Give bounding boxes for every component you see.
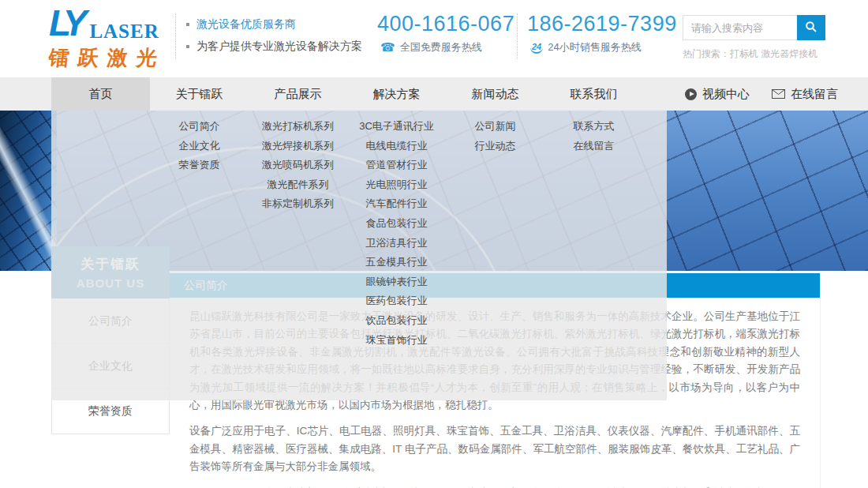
- search-input[interactable]: [683, 15, 797, 40]
- dropdown-item[interactable]: 光电照明行业: [347, 175, 446, 195]
- paragraph: 设备广泛应用于电子、IC芯片、电工电器、照明灯具、珠宝首饰、五金工具、卫浴洁具、…: [189, 422, 800, 475]
- dropdown-item[interactable]: 非标定制机系列: [249, 194, 347, 214]
- header-divider: [175, 13, 176, 59]
- phone-icon: ☎: [380, 40, 395, 54]
- dropdown-item[interactable]: 珠宝首饰行业: [347, 331, 446, 351]
- search-icon: [805, 21, 817, 36]
- dropdown-item[interactable]: 荣誉资质: [150, 156, 249, 175]
- hotline-label-row: 24 24小时销售服务热线: [527, 40, 677, 54]
- dropdown-item[interactable]: 卫浴洁具行业: [347, 234, 446, 253]
- dropdown-item[interactable]: 在线留言: [544, 137, 643, 156]
- hotline-label-row: ☎ 全国免费服务热线: [377, 40, 514, 54]
- header-divider: [517, 13, 518, 59]
- nav-item-5[interactable]: 联系我们: [544, 77, 643, 111]
- 24h-icon: 24: [530, 42, 543, 54]
- dropdown-column-2: 激光打标机系列激光焊接机系列激光喷码机系列激光配件系列非标定制机系列: [249, 117, 347, 214]
- dropdown-column-5: 联系方式在线留言: [544, 117, 643, 156]
- mega-dropdown: 公司简介企业文化荣誉资质激光打标机系列激光焊接机系列激光喷码机系列激光配件系列非…: [51, 111, 667, 400]
- hotline-label: 全国免费服务热线: [400, 40, 482, 54]
- video-center-label: 视频中心: [702, 87, 750, 102]
- hotline-number: 186-2619-7399: [527, 12, 677, 36]
- slogan-list: 激光设备优质服务商 为客户提供专业激光设备解决方案: [186, 17, 362, 62]
- logo-chinese: 镭跃激光: [47, 44, 167, 72]
- page: LY LASER 镭跃激光 激光设备优质服务商 为客户提供专业激光设备解决方案 …: [0, 0, 868, 488]
- nav-item-2[interactable]: 产品展示: [249, 77, 347, 111]
- banner-left-photo: [0, 111, 57, 271]
- logo-latin-row: LY LASER: [49, 5, 166, 41]
- search-box: [683, 15, 825, 40]
- search-button[interactable]: [797, 15, 825, 40]
- dropdown-item[interactable]: 食品包装行业: [347, 214, 446, 234]
- dropdown-item[interactable]: 公司新闻: [446, 117, 544, 137]
- dropdown-item[interactable]: 电线电缆行业: [347, 137, 446, 156]
- slogan-item: 为客户提供专业激光设备解决方案: [186, 39, 362, 54]
- dropdown-item[interactable]: 企业文化: [150, 137, 249, 156]
- site-header: LY LASER 镭跃激光 激光设备优质服务商 为客户提供专业激光设备解决方案 …: [0, 0, 868, 77]
- logo-monogram: LY: [49, 5, 81, 41]
- dropdown-item[interactable]: 3C电子通讯行业: [347, 117, 446, 137]
- hotline-186: 186-2619-7399 24 24小时销售服务热线: [527, 12, 677, 54]
- online-message-link[interactable]: 在线留言: [772, 87, 838, 102]
- bullet-icon: [186, 45, 189, 48]
- hotline-400: 400-1616-067 ☎ 全国免费服务热线: [377, 12, 514, 54]
- main-nav: 首页关于镭跃产品展示解决方案新闻动态联系我们 视频中心 在线留言: [0, 77, 868, 111]
- logo-latin: LASER: [89, 21, 159, 41]
- mail-icon: [772, 88, 785, 101]
- dropdown-item[interactable]: 公司简介: [150, 117, 249, 137]
- logo[interactable]: LY LASER 镭跃激光: [49, 5, 166, 72]
- hotline-label: 24小时销售服务热线: [548, 40, 641, 54]
- dropdown-item[interactable]: 激光配件系列: [249, 175, 347, 195]
- nav-extras: 视频中心 在线留言: [685, 77, 838, 111]
- dropdown-item[interactable]: 联系方式: [544, 117, 643, 137]
- slogan-text: 为客户提供专业激光设备解决方案: [196, 39, 362, 54]
- nav-menu: 首页关于镭跃产品展示解决方案新闻动态联系我们: [51, 77, 643, 111]
- bullet-icon: [186, 23, 189, 26]
- dropdown-item[interactable]: 激光焊接机系列: [249, 137, 347, 156]
- nav-item-0[interactable]: 首页: [51, 77, 150, 111]
- dropdown-item[interactable]: 五金模具行业: [347, 253, 446, 272]
- dropdown-item[interactable]: 医药包装行业: [347, 291, 446, 311]
- dropdown-item[interactable]: 激光打标机系列: [249, 117, 347, 137]
- slogan-text: 激光设备优质服务商: [196, 17, 296, 32]
- dropdown-column-3: 3C电子通讯行业电线电缆行业管道管材行业光电照明行业汽车配件行业食品包装行业卫浴…: [347, 117, 446, 350]
- nav-item-4[interactable]: 新闻动态: [446, 77, 544, 111]
- dropdown-item[interactable]: 行业动态: [446, 137, 544, 156]
- hot-search-text: 热门搜索：打标机 激光器焊接机: [683, 47, 817, 61]
- hotline-number: 400-1616-067: [377, 12, 514, 36]
- dropdown-item[interactable]: 汽车配件行业: [347, 194, 446, 214]
- play-icon: [685, 88, 697, 100]
- slogan-item: 激光设备优质服务商: [186, 17, 362, 32]
- online-message-label: 在线留言: [791, 87, 838, 102]
- dropdown-item[interactable]: 激光喷码机系列: [249, 156, 347, 175]
- dropdown-item[interactable]: 管道管材行业: [347, 156, 446, 175]
- video-center-link[interactable]: 视频中心: [685, 87, 750, 102]
- nav-item-1[interactable]: 关于镭跃: [150, 77, 249, 111]
- dropdown-item[interactable]: 眼镜钟表行业: [347, 272, 446, 292]
- paragraph: 我司不仅可以为广大客户提供标准型激光设备，还可以根据客户要求提供各种自动化在线激…: [189, 485, 800, 488]
- dropdown-item[interactable]: 饮品包装行业: [347, 311, 446, 331]
- dropdown-column-4: 公司新闻行业动态: [446, 117, 544, 156]
- dropdown-column-1: 公司简介企业文化荣誉资质: [150, 117, 249, 175]
- nav-item-3[interactable]: 解决方案: [347, 77, 446, 111]
